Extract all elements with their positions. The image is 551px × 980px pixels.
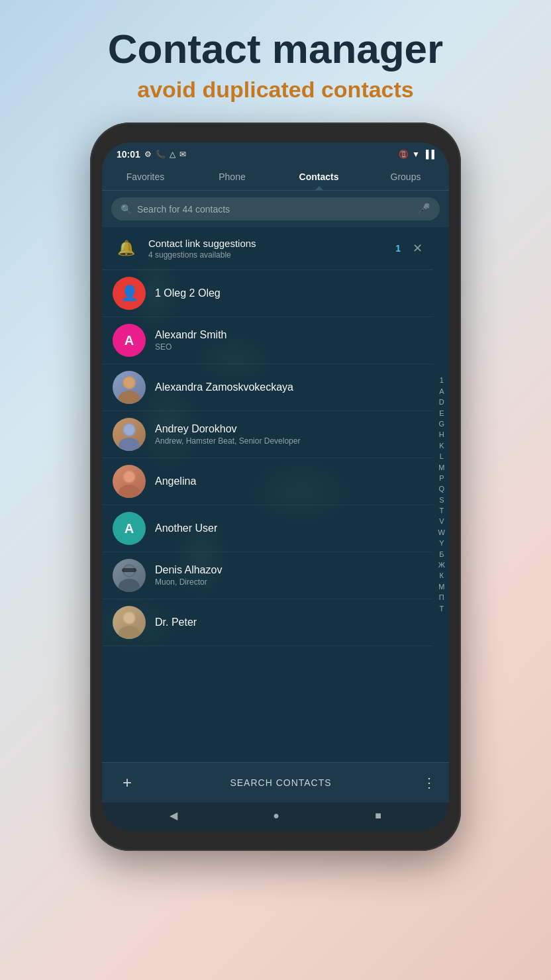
alpha-letter-H[interactable]: H <box>437 430 446 440</box>
contact-item[interactable]: Angelina <box>102 458 433 505</box>
search-placeholder: Search for 44 contacts <box>137 204 417 215</box>
status-time: 10:01 <box>117 149 140 160</box>
alpha-letter-Y[interactable]: Y <box>437 538 446 548</box>
contact-detail: Muon, Director <box>155 577 423 587</box>
alpha-letter-S[interactable]: S <box>437 495 446 505</box>
svg-point-8 <box>124 471 134 482</box>
svg-point-10 <box>119 579 140 592</box>
avatar: 👤 <box>113 277 146 310</box>
add-contact-button[interactable]: + <box>115 771 139 795</box>
avatar <box>113 559 146 592</box>
contact-list-inner: 🔔 Contact link suggestions 4 suggestions… <box>102 227 449 646</box>
settings-icon: ⚙ <box>144 150 152 159</box>
call-icon: 📵 <box>399 150 409 159</box>
alpha-letter-D[interactable]: D <box>437 397 446 407</box>
alpha-letter-Q[interactable]: Q <box>437 484 446 494</box>
suggestion-text: Contact link suggestions 4 suggestions a… <box>148 238 386 260</box>
phone-screen: 10:01 ⚙ 📞 △ ✉ 📵 ▼ ▐▐ Favorites P <box>102 142 449 831</box>
bottom-bar: + SEARCH CONTACTS ⋮ <box>102 762 449 803</box>
contact-info: Alexandr Smith SEO <box>155 329 423 352</box>
email-icon: ✉ <box>179 150 186 159</box>
contact-item[interactable]: A Another User <box>102 505 433 552</box>
alert-icon: △ <box>170 150 175 159</box>
contact-item[interactable]: A Alexandr Smith SEO <box>102 317 433 364</box>
tab-groups[interactable]: Groups <box>362 164 449 190</box>
contact-item[interactable]: Alexandra Zamoskvokeckaya <box>102 364 433 411</box>
svg-point-4 <box>119 438 140 451</box>
contact-info: Dr. Peter <box>155 616 423 628</box>
status-icons-right: 📵 ▼ ▐▐ <box>399 150 434 159</box>
recents-button[interactable]: ■ <box>375 810 381 822</box>
avatar <box>113 465 146 498</box>
contact-item[interactable]: Andrey Dorokhov Andrew, Hamster Beat, Se… <box>102 411 433 458</box>
nav-tabs: Favorites Phone Contacts Groups <box>102 164 449 191</box>
svg-point-14 <box>119 626 140 639</box>
contact-info: Andrey Dorokhov Andrew, Hamster Beat, Se… <box>155 423 423 446</box>
mic-icon[interactable]: 🎤 <box>417 203 430 215</box>
tab-favorites[interactable]: Favorites <box>102 164 189 190</box>
search-icon: 🔍 <box>121 204 132 215</box>
contact-info: Denis Alhazov Muon, Director <box>155 564 423 587</box>
alpha-letter-1[interactable]: 1 <box>437 375 446 385</box>
alpha-letter-T[interactable]: T <box>437 506 446 516</box>
avatar: A <box>113 324 146 357</box>
svg-point-15 <box>124 612 134 623</box>
alpha-letter-T2[interactable]: Т <box>437 604 446 614</box>
wifi-icon: ▼ <box>412 150 420 159</box>
contact-name: Dr. Peter <box>155 616 423 628</box>
contact-detail: Andrew, Hamster Beat, Senior Developer <box>155 436 423 446</box>
suggestion-subtitle: 4 suggestions available <box>148 250 386 260</box>
alpha-letter-V[interactable]: V <box>437 516 446 526</box>
avatar <box>113 606 146 639</box>
bell-icon: 🔔 <box>113 235 139 262</box>
svg-point-5 <box>124 424 134 435</box>
contact-item[interactable]: 👤 1 Oleg 2 Oleg <box>102 270 433 317</box>
alpha-letter-Zh[interactable]: Ж <box>437 560 446 570</box>
contact-name: Angelina <box>155 475 423 487</box>
phone-wrapper: 10:01 ⚙ 📞 △ ✉ 📵 ▼ ▐▐ Favorites P <box>90 122 461 851</box>
alpha-letter-G[interactable]: G <box>437 419 446 429</box>
contact-name: Alexandr Smith <box>155 329 423 341</box>
phone-frame: 10:01 ⚙ 📞 △ ✉ 📵 ▼ ▐▐ Favorites P <box>90 122 461 851</box>
svg-point-7 <box>119 485 140 498</box>
alpha-letter-K2[interactable]: К <box>437 571 446 581</box>
suggestion-badge: 1 <box>395 243 401 254</box>
alpha-letter-B[interactable]: Б <box>437 550 446 560</box>
contact-name: Another User <box>155 522 423 534</box>
contact-item[interactable]: Dr. Peter <box>102 599 433 646</box>
contact-name: Andrey Dorokhov <box>155 423 423 435</box>
suggestion-title: Contact link suggestions <box>148 238 386 249</box>
alpha-letter-A[interactable]: A <box>437 387 446 397</box>
alpha-letter-P2[interactable]: П <box>437 593 446 603</box>
close-button[interactable]: ✕ <box>413 241 423 256</box>
svg-point-1 <box>119 391 140 404</box>
alpha-letter-M[interactable]: M <box>437 463 446 473</box>
contact-info: Alexandra Zamoskvokeckaya <box>155 381 423 393</box>
contact-name: Alexandra Zamoskvokeckaya <box>155 381 423 393</box>
alpha-letter-E[interactable]: E <box>437 409 446 418</box>
app-header: Contact manager avoid duplicated contact… <box>108 0 443 103</box>
home-button[interactable]: ● <box>273 810 279 822</box>
alpha-letter-W[interactable]: W <box>437 528 446 538</box>
tab-phone[interactable]: Phone <box>189 164 276 190</box>
search-bar[interactable]: 🔍 Search for 44 contacts 🎤 <box>111 197 440 220</box>
alpha-letter-K[interactable]: K <box>437 441 446 451</box>
alpha-letter-L[interactable]: L <box>437 452 446 462</box>
signal-icon: ▐▐ <box>423 150 434 159</box>
alpha-letter-M2[interactable]: М <box>437 582 446 592</box>
contact-detail: SEO <box>155 342 423 352</box>
contact-item[interactable]: Denis Alhazov Muon, Director <box>102 552 433 599</box>
svg-point-2 <box>124 377 134 388</box>
search-contacts-button[interactable]: SEARCH CONTACTS <box>139 777 423 788</box>
alpha-letter-P[interactable]: P <box>437 473 446 483</box>
main-title: Contact manager <box>108 26 443 72</box>
suggestion-banner[interactable]: 🔔 Contact link suggestions 4 suggestions… <box>102 227 433 270</box>
status-left: 10:01 ⚙ 📞 △ ✉ <box>117 149 186 160</box>
more-options-button[interactable]: ⋮ <box>423 775 436 791</box>
alpha-index: 1 A D E G H K L M P Q S T V W Y Б <box>437 227 446 762</box>
contact-name: Denis Alhazov <box>155 564 423 576</box>
contact-info: Angelina <box>155 475 423 487</box>
phone-icon: 📞 <box>156 150 166 159</box>
back-button[interactable]: ◀ <box>170 809 177 822</box>
tab-contacts[interactable]: Contacts <box>276 164 362 190</box>
